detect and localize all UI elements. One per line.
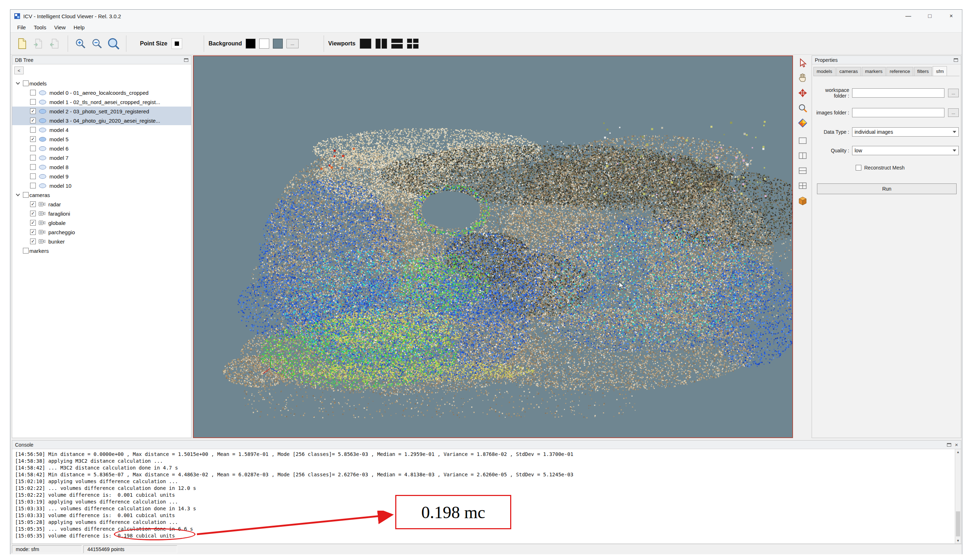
maximize-button[interactable]: □: [919, 10, 940, 23]
viewport-3d[interactable]: [193, 55, 793, 438]
images-folder-input[interactable]: [852, 108, 944, 117]
tree-item-parcheggio[interactable]: ✓parcheggio: [12, 227, 191, 237]
item-checkbox[interactable]: ✓: [30, 118, 36, 123]
import-file-button[interactable]: [30, 35, 47, 52]
item-checkbox[interactable]: ✓: [30, 136, 36, 142]
expander-icon[interactable]: [16, 80, 20, 84]
run-button[interactable]: Run: [817, 183, 957, 194]
transform-tool-button[interactable]: [796, 86, 810, 100]
tree-item-radar[interactable]: ✓radar: [12, 200, 191, 209]
scrollbar-thumb[interactable]: [956, 512, 960, 537]
tab-sfm[interactable]: sfm: [933, 66, 947, 76]
viewport-single-button[interactable]: [360, 38, 371, 48]
item-checkbox[interactable]: [30, 90, 36, 95]
tab-cameras[interactable]: cameras: [836, 67, 862, 76]
item-checkbox[interactable]: [30, 145, 36, 151]
item-checkbox[interactable]: [30, 173, 36, 179]
float-panel-icon[interactable]: [184, 58, 188, 62]
tab-reference[interactable]: reference: [887, 67, 913, 76]
item-checkbox[interactable]: [23, 248, 28, 253]
view-pane-hsplit-button[interactable]: [796, 164, 810, 178]
menu-file[interactable]: File: [13, 23, 30, 32]
viewport-two-horizontal-button[interactable]: [391, 38, 403, 48]
menu-help[interactable]: Help: [69, 23, 89, 32]
tree-item-label: cameras: [28, 192, 50, 198]
tab-models[interactable]: models: [813, 67, 836, 76]
tree-item-model-7[interactable]: model 7: [12, 153, 191, 162]
zoom-out-button[interactable]: [89, 35, 105, 52]
float-panel-icon[interactable]: [947, 443, 951, 447]
item-checkbox[interactable]: [30, 99, 36, 105]
reconstruct-mesh-checkbox[interactable]: [856, 165, 862, 170]
scroll-up-icon[interactable]: ▲: [955, 449, 961, 455]
tree-item-model-3-04-photo-giu-202[interactable]: ✓model 3 - 04_photo_giu_2020_aesei_regis…: [12, 116, 191, 125]
export-file-button[interactable]: [47, 35, 64, 52]
scroll-down-icon[interactable]: ▼: [955, 538, 961, 543]
quality-select[interactable]: low: [852, 146, 959, 155]
tree-item-model-4[interactable]: model 4: [12, 125, 191, 135]
tree-item-model-10[interactable]: model 10: [12, 181, 191, 190]
tree-item-markers[interactable]: markers: [12, 246, 191, 255]
point-cloud-canvas[interactable]: [194, 56, 792, 437]
expander-icon[interactable]: [16, 192, 20, 196]
view-pane-vsplit-button[interactable]: [796, 149, 810, 163]
tree-item-faraglioni[interactable]: ✓faraglioni: [12, 209, 191, 218]
close-button[interactable]: ×: [940, 10, 962, 23]
tree-item-cameras[interactable]: cameras: [12, 190, 191, 200]
view-pane-grid-button[interactable]: [796, 179, 810, 193]
data-type-select[interactable]: individual images: [852, 127, 959, 137]
item-checkbox[interactable]: ✓: [30, 201, 36, 207]
workspace-folder-input[interactable]: [852, 88, 944, 98]
item-checkbox[interactable]: ✓: [30, 229, 36, 235]
viewport-quad-button[interactable]: [407, 38, 418, 48]
tree-item-model-0-01-aereo-localco[interactable]: model 0 - 01_aereo_localcoords_cropped: [12, 88, 191, 97]
mesh-cube-button[interactable]: [796, 194, 810, 208]
tab-filters[interactable]: filters: [914, 67, 932, 76]
select-tool-button[interactable]: [796, 56, 810, 70]
console-header: Console ×: [12, 440, 961, 449]
new-file-button[interactable]: [14, 35, 30, 52]
item-checkbox[interactable]: ✓: [30, 211, 36, 217]
item-checkbox[interactable]: [30, 155, 36, 160]
tree-item-models[interactable]: models: [12, 79, 191, 88]
item-checkbox[interactable]: [30, 127, 36, 133]
tree-item-model-8[interactable]: model 8: [12, 162, 191, 172]
background-white-swatch[interactable]: [259, 38, 269, 48]
workspace-browse-button[interactable]: ...: [948, 89, 959, 97]
tree-item-model-2-03-photo-sett-20[interactable]: ✓model 2 - 03_photo_sett_2019_registered: [12, 107, 191, 116]
viewport-two-vertical-button[interactable]: [376, 38, 387, 48]
item-checkbox[interactable]: ✓: [30, 238, 36, 244]
background-gray-swatch[interactable]: [273, 38, 283, 48]
minimize-button[interactable]: —: [898, 10, 919, 23]
item-checkbox[interactable]: [23, 192, 28, 198]
colormap-tool-button[interactable]: [796, 116, 810, 130]
item-checkbox[interactable]: ✓: [30, 220, 36, 226]
float-panel-icon[interactable]: [954, 58, 958, 62]
workspace-folder-row: workspace folder : ...: [812, 88, 961, 98]
point-size-swatch[interactable]: [171, 38, 182, 49]
console-scrollbar[interactable]: ▲ ▼: [955, 449, 961, 543]
item-checkbox[interactable]: [30, 164, 36, 170]
menu-view[interactable]: View: [50, 23, 69, 32]
images-browse-button[interactable]: ...: [948, 108, 959, 117]
close-panel-icon[interactable]: ×: [955, 442, 958, 447]
menu-tools[interactable]: Tools: [30, 23, 50, 32]
tree-item-bunker[interactable]: ✓bunker: [12, 237, 191, 246]
item-checkbox[interactable]: [23, 80, 28, 86]
tree-item-model-6[interactable]: model 6: [12, 144, 191, 153]
tab-markers[interactable]: markers: [862, 67, 886, 76]
background-black-swatch[interactable]: [246, 38, 256, 48]
tree-item-model-5[interactable]: ✓model 5: [12, 135, 191, 144]
tree-item-model-9[interactable]: model 9: [12, 172, 191, 181]
item-checkbox[interactable]: [30, 183, 36, 188]
pan-tool-button[interactable]: [796, 71, 810, 85]
tree-item-model-1-02-tls-nord-aese[interactable]: model 1 - 02_tls_nord_aesei_cropped_regi…: [12, 97, 191, 107]
item-checkbox[interactable]: ✓: [30, 108, 36, 114]
zoom-in-button[interactable]: [72, 35, 89, 52]
tree-item-globale[interactable]: ✓globale: [12, 218, 191, 227]
zoom-fit-button[interactable]: [105, 35, 122, 52]
background-more-button[interactable]: ...: [286, 39, 299, 48]
zoom-tool-button[interactable]: [796, 101, 810, 115]
view-pane-single-button[interactable]: [796, 134, 810, 148]
tree-back-button[interactable]: <: [14, 67, 23, 74]
